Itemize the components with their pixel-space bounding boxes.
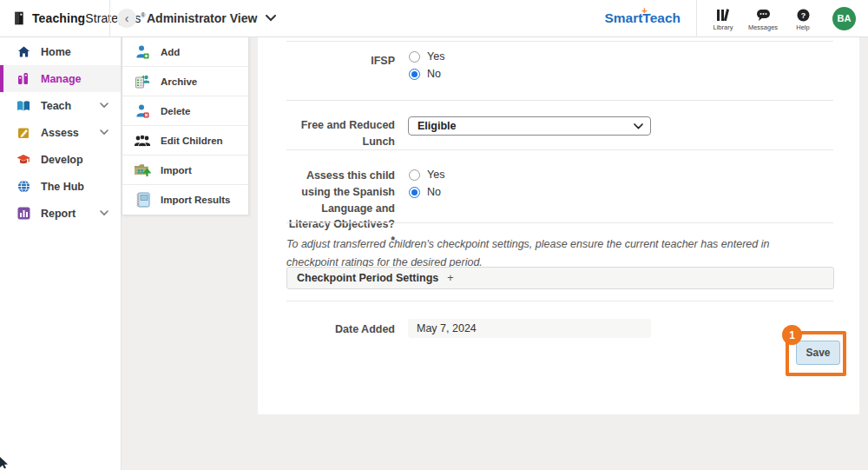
submenu-item-import-results[interactable]: Import Results xyxy=(122,185,248,215)
child-record-form: IFSP Yes No Free and Reduced Lunch Eligi… xyxy=(258,37,859,414)
spanish-yes-radio[interactable]: Yes xyxy=(409,169,444,181)
top-bar: TeachingStrategies® ‹ Administrator View… xyxy=(0,0,868,37)
back-button[interactable]: ‹ xyxy=(117,9,136,28)
sidebar-label: The Hub xyxy=(41,181,84,193)
messages-label: Messages xyxy=(748,23,778,31)
chevron-down-icon xyxy=(100,129,108,136)
lunch-label: Free and Reduced Lunch xyxy=(286,117,395,150)
divider xyxy=(286,222,833,223)
book-logo-icon xyxy=(12,11,26,25)
help-button[interactable]: ? Help xyxy=(786,6,820,31)
submenu-label: Add xyxy=(161,47,180,57)
submenu-label: Archive xyxy=(161,76,197,87)
sidebar-item-thehub[interactable]: The Hub xyxy=(0,173,121,200)
submenu-item-archive[interactable]: Archive xyxy=(122,67,248,96)
plus-expand-icon: + xyxy=(447,272,453,284)
report-chart-icon xyxy=(16,207,30,221)
view-selector-label: Administrator View xyxy=(147,11,257,25)
sidebar-item-assess[interactable]: Assess xyxy=(0,119,121,146)
divider xyxy=(286,41,833,42)
edit-children-icon xyxy=(134,133,151,149)
sidebar-item-report[interactable]: Report xyxy=(0,200,121,227)
app-window: TeachingStrategies® ‹ Administrator View… xyxy=(0,0,868,470)
sidebar-label: Assess xyxy=(41,127,79,139)
submenu-item-add[interactable]: Add xyxy=(122,37,248,67)
delete-child-icon xyxy=(134,103,151,119)
sidebar-item-teach[interactable]: Teach xyxy=(0,92,121,119)
sidebar-item-develop[interactable]: Develop xyxy=(0,146,121,173)
spanish-no-radio[interactable]: No xyxy=(409,186,444,198)
help-icon: ? xyxy=(797,9,810,22)
chevron-down-icon xyxy=(100,210,108,216)
chevron-down-icon xyxy=(100,103,108,109)
annotation-step-badge: 1 xyxy=(782,325,802,345)
view-selector-dropdown[interactable]: Administrator View xyxy=(147,11,276,25)
messages-button[interactable]: Messages xyxy=(746,6,780,31)
help-label: Help xyxy=(796,23,809,31)
radio-checked-icon xyxy=(409,187,420,198)
manage-submenu: Add Archive Delete Edit Children Import xyxy=(122,37,249,215)
user-avatar[interactable]: BA xyxy=(832,7,856,30)
ifsp-no-radio[interactable]: No xyxy=(409,68,444,80)
divider xyxy=(286,301,833,301)
sidebar-item-home[interactable]: Home xyxy=(0,38,121,65)
submenu-item-import[interactable]: Import xyxy=(122,156,248,185)
date-added-value: May 7, 2024 xyxy=(408,319,651,338)
messages-icon xyxy=(756,9,771,22)
archive-icon xyxy=(134,74,151,89)
lunch-select[interactable]: Eligible xyxy=(408,116,651,136)
submenu-item-delete[interactable]: Delete xyxy=(122,96,248,126)
globe-icon xyxy=(16,180,30,194)
spanish-radio-group: Yes No xyxy=(409,169,444,198)
ifsp-radio-group: Yes No xyxy=(409,50,444,80)
radio-checked-icon xyxy=(409,69,420,80)
submenu-label: Edit Children xyxy=(161,136,223,146)
teach-book-icon xyxy=(16,99,30,113)
checkpoint-period-settings-accordion[interactable]: Checkpoint Period Settings + xyxy=(286,267,834,289)
sidebar-item-manage[interactable]: Manage xyxy=(0,65,121,92)
chevron-down-icon xyxy=(634,123,643,129)
sidebar-label: Manage xyxy=(41,73,82,85)
sidebar-label: Develop xyxy=(41,154,83,166)
chevron-down-icon xyxy=(266,15,276,22)
radio-icon xyxy=(409,51,420,63)
plus-icon: + xyxy=(641,5,647,16)
sidebar-label: Home xyxy=(41,46,71,58)
accordion-label: Checkpoint Period Settings xyxy=(297,272,438,284)
teaching-strategies-logo[interactable]: TeachingStrategies® xyxy=(0,11,109,25)
ifsp-yes-radio[interactable]: Yes xyxy=(409,50,444,63)
smartteach-logo: Smart+Teach xyxy=(604,10,681,26)
add-child-icon xyxy=(134,44,151,60)
sidebar-label: Report xyxy=(41,208,76,220)
library-label: Library xyxy=(713,23,733,31)
develop-cap-icon xyxy=(16,153,30,167)
library-icon xyxy=(716,9,731,22)
divider xyxy=(286,100,833,101)
manage-icon xyxy=(16,72,30,86)
import-icon xyxy=(134,162,151,178)
submenu-label: Delete xyxy=(161,106,191,116)
lunch-select-value: Eligible xyxy=(418,120,456,132)
date-added-label: Date Added xyxy=(286,321,395,338)
sidebar: Home Manage Teach Assess Devel xyxy=(0,37,122,470)
library-button[interactable]: Library xyxy=(706,6,740,31)
home-icon xyxy=(16,45,30,59)
cursor-icon xyxy=(0,457,9,469)
divider xyxy=(286,149,833,150)
submenu-label: Import Results xyxy=(161,195,231,205)
svg-text:?: ? xyxy=(800,11,806,20)
import-results-icon xyxy=(134,192,151,208)
assess-pencil-icon xyxy=(16,126,30,140)
ifsp-label: IFSP xyxy=(286,53,395,70)
submenu-label: Import xyxy=(161,165,192,175)
sidebar-label: Teach xyxy=(41,100,71,112)
radio-icon xyxy=(409,169,420,181)
submenu-item-edit-children[interactable]: Edit Children xyxy=(122,126,248,156)
save-button[interactable]: Save xyxy=(796,341,840,365)
topbar-divider xyxy=(109,0,110,37)
